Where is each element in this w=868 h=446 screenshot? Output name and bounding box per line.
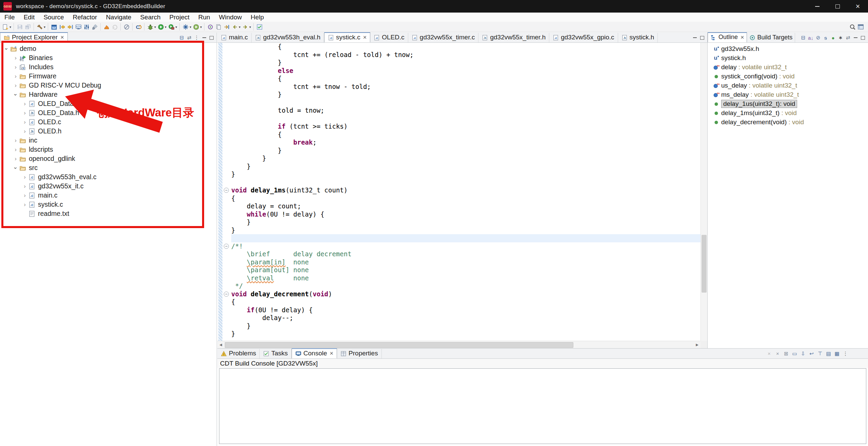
run-last-icon[interactable] xyxy=(192,23,200,31)
chevron-right-icon[interactable]: › xyxy=(12,146,19,153)
chevron-right-icon[interactable]: › xyxy=(21,174,28,181)
console-tab-problems[interactable]: !Problems xyxy=(217,349,260,358)
hide-non-public-icon[interactable]: ● xyxy=(830,34,836,41)
new-wizard-icon[interactable] xyxy=(2,23,9,31)
outline-item-us-delay[interactable]: svus_delay : volatile uint32_t xyxy=(708,81,868,90)
outline-item-systick-config-void[interactable]: systick_config(void) : void xyxy=(708,72,868,81)
maximize-icon[interactable] xyxy=(860,34,866,41)
outline-item-systick-h[interactable]: usystick.h xyxy=(708,53,868,62)
vertical-scrollbar-thumb[interactable] xyxy=(702,235,707,293)
editor-tab-gd32vw553h-eval-h[interactable]: .hgd32vw553h_eval.h xyxy=(252,33,324,42)
chevron-right-icon[interactable]: › xyxy=(21,110,28,116)
tree-item-oled-data-c[interactable]: ›.cOLED_Data.c xyxy=(0,99,217,108)
editor-tab-systick-c[interactable]: .csystick.c× xyxy=(324,32,370,42)
tree-item-gd32vw553h-eval-c[interactable]: ›.cgd32vw553h_eval.c xyxy=(0,172,217,182)
fold-collapse-icon[interactable]: − xyxy=(224,292,229,297)
editor-tab-gd32vw55x-timer-c[interactable]: .cgd32vw55x_timer.c xyxy=(408,33,479,42)
maximize-icon[interactable] xyxy=(208,34,215,41)
editor-tab-gd32vw55x-gpio-c[interactable]: .cgd32vw55x_gpio.c xyxy=(549,33,618,42)
menu-edit[interactable]: Edit xyxy=(19,14,39,21)
c-perspective-icon[interactable] xyxy=(857,23,864,31)
scroll-right-icon[interactable]: ▶ xyxy=(694,341,701,348)
maximize-window-button[interactable] xyxy=(827,0,848,13)
view-menu-icon[interactable]: ⋮ xyxy=(193,34,200,41)
tree-item-gd-risc-v-mcu-debug[interactable]: ›GD RISC-V MCU Debug xyxy=(0,81,217,90)
debug-dropdown-icon[interactable]: ▾ xyxy=(154,25,156,29)
external-tools-dropdown-icon[interactable]: ▾ xyxy=(175,25,177,29)
minimize-icon[interactable] xyxy=(201,34,208,41)
tree-item-oled-c[interactable]: ›.cOLED.c xyxy=(0,117,217,127)
sort-alpha-icon[interactable]: a↓ xyxy=(807,34,814,41)
debug-icon[interactable] xyxy=(146,23,154,31)
vertical-scrollbar[interactable] xyxy=(701,43,707,341)
close-tab-icon[interactable]: × xyxy=(363,34,367,41)
build-icon[interactable] xyxy=(36,23,43,31)
close-tab-icon[interactable]: × xyxy=(60,34,64,41)
run-last-dropdown-icon[interactable]: ▾ xyxy=(200,25,202,29)
editor-tab-main-c[interactable]: .cmain.c xyxy=(217,33,252,42)
hide-fields-icon[interactable]: ⊘ xyxy=(815,34,822,41)
menu-search[interactable]: Search xyxy=(136,14,165,21)
menu-file[interactable]: File xyxy=(0,14,19,21)
terminal-monitor-icon[interactable]: </> xyxy=(75,23,82,31)
flash-download-icon[interactable] xyxy=(182,23,189,31)
remove-all-terminated-icon[interactable]: ⊠ xyxy=(782,350,790,357)
tab-outline[interactable]: Outline × xyxy=(708,32,747,42)
close-tab-icon[interactable]: × xyxy=(330,350,334,357)
tree-item-src[interactable]: ›src xyxy=(0,163,217,172)
link-with-editor-icon[interactable]: ⇄ xyxy=(845,34,851,41)
refresh-c-icon[interactable]: C xyxy=(135,23,142,31)
chevron-right-icon[interactable]: › xyxy=(21,119,28,126)
menu-help[interactable]: Help xyxy=(246,14,268,21)
tab-build-targets[interactable]: Build Targets xyxy=(747,33,795,42)
clear-console-icon[interactable]: ▭ xyxy=(791,350,798,357)
new-wizard-dropdown-icon[interactable]: ▾ xyxy=(9,25,11,29)
scroll-left-icon[interactable]: ◀ xyxy=(217,341,224,348)
editor-tab-systick-h[interactable]: .hsystick.h xyxy=(618,33,658,42)
open-console-icon[interactable]: ▦ xyxy=(833,350,841,357)
back-history-dropdown-icon[interactable]: ▾ xyxy=(239,25,240,29)
mark-occurrences-icon[interactable] xyxy=(256,23,263,31)
close-tab-icon[interactable]: × xyxy=(741,34,744,41)
chevron-right-icon[interactable]: › xyxy=(21,128,28,135)
link-with-editor-icon[interactable]: ⇄ xyxy=(186,34,193,41)
code-text[interactable]: { tcnt += (reload - told) + tnow; } else… xyxy=(231,43,701,341)
pin-console-icon[interactable]: ⊤ xyxy=(816,350,824,357)
editor-body[interactable]: −−− { tcnt += (reload - told) + tnow; } … xyxy=(217,43,707,348)
chevron-right-icon[interactable]: › xyxy=(21,183,28,190)
open-element-icon[interactable] xyxy=(206,23,214,31)
maximize-icon[interactable] xyxy=(859,350,866,357)
tree-item-main-c[interactable]: ›.cmain.c xyxy=(0,191,217,200)
disconnect-icon[interactable] xyxy=(123,23,130,31)
collapse-all-icon[interactable]: ⊟ xyxy=(800,34,807,41)
forward-history-dropdown-icon[interactable]: ▾ xyxy=(249,25,251,29)
menu-project[interactable]: Project xyxy=(165,14,194,21)
tree-item-openocd-gdlink[interactable]: ›openocd_gdlink xyxy=(0,154,217,163)
terminate-icon[interactable]: × xyxy=(765,350,773,357)
outline-item-delay-1ms-uint32-t[interactable]: delay_1ms(uint32_t) : void xyxy=(708,108,868,117)
scroll-lock-icon[interactable]: ⇩ xyxy=(799,350,807,357)
editor-tab-gd32vw55x-timer-h[interactable]: .hgd32vw55x_timer.h xyxy=(478,33,549,42)
chevron-right-icon[interactable]: › xyxy=(21,201,28,208)
chevron-right-icon[interactable]: › xyxy=(12,64,19,71)
word-wrap-icon[interactable]: ↩ xyxy=(808,350,815,357)
chevron-right-icon[interactable]: › xyxy=(12,82,19,89)
tab-project-explorer[interactable]: Project Explorer × xyxy=(0,32,68,42)
tree-item-ldscripts[interactable]: ›ldscripts xyxy=(0,145,217,154)
maximize-icon[interactable] xyxy=(699,34,706,41)
chevron-right-icon[interactable]: › xyxy=(21,192,28,199)
device-config-icon[interactable] xyxy=(50,23,58,31)
console-tab-tasks[interactable]: Tasks xyxy=(260,349,292,358)
nav-back-yellow-icon[interactable] xyxy=(58,23,66,31)
horizontal-scrollbar[interactable]: ◀ ▶ xyxy=(217,341,701,348)
minimize-icon[interactable] xyxy=(691,34,698,41)
open-resource-icon[interactable] xyxy=(215,23,222,31)
menu-source[interactable]: Source xyxy=(39,14,68,21)
chevron-down-icon[interactable]: › xyxy=(12,91,19,98)
external-tools-icon[interactable] xyxy=(167,23,175,31)
chevron-right-icon[interactable]: › xyxy=(12,155,19,162)
search-icon[interactable] xyxy=(849,23,856,31)
tree-item-systick-c[interactable]: ›.csystick.c xyxy=(0,200,217,209)
trace-icon[interactable] xyxy=(103,23,110,31)
tree-item-oled-data-h[interactable]: ›.hOLED_Data.h xyxy=(0,108,217,117)
